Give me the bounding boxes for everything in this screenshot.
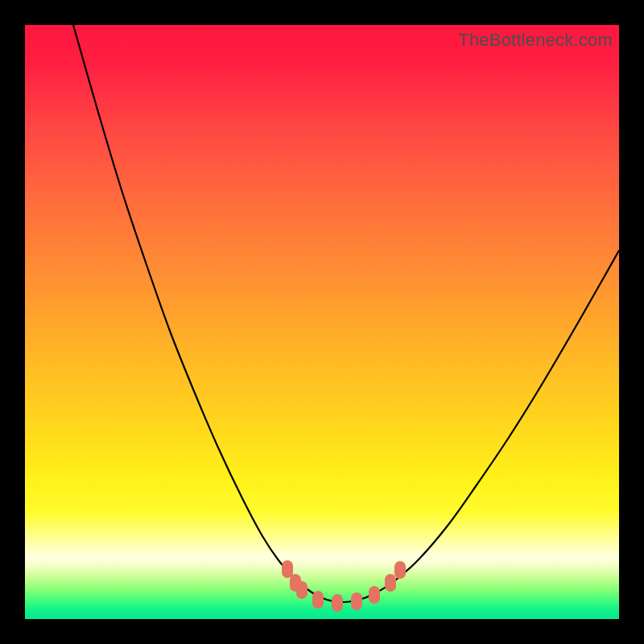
marker-dot bbox=[351, 592, 362, 610]
marker-dot bbox=[332, 594, 343, 612]
bottleneck-curve bbox=[73, 25, 619, 602]
curve-layer bbox=[25, 25, 619, 619]
marker-dot bbox=[282, 560, 293, 578]
marker-dot bbox=[296, 581, 308, 599]
valley-markers bbox=[282, 560, 406, 612]
chart-frame: TheBottleneck.com bbox=[0, 0, 644, 644]
bottleneck-curve-path bbox=[73, 25, 619, 602]
marker-dot bbox=[312, 591, 324, 609]
plot-area: TheBottleneck.com bbox=[25, 25, 619, 619]
marker-dot bbox=[369, 586, 380, 604]
marker-dot bbox=[394, 561, 406, 579]
marker-dot bbox=[385, 574, 396, 592]
